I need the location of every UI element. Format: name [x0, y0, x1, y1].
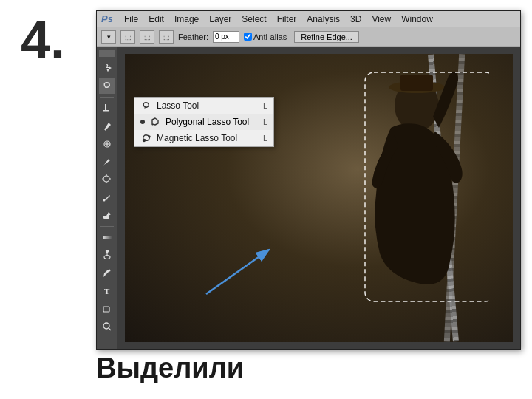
ps-logo: Ps [101, 13, 113, 24]
svg-rect-1 [105, 104, 106, 111]
tool-mode-new[interactable]: ▾ [101, 30, 116, 44]
menu-bar: Ps File Edit Image Layer Select Filter A… [97, 11, 520, 27]
toolbar-heal-tool[interactable] [99, 136, 115, 152]
menu-layer[interactable]: Layer [204, 14, 236, 24]
menu-file[interactable]: File [119, 14, 143, 24]
canvas-area: Lasso Tool L Polygonal Lasso Tool L Magn… [117, 47, 520, 349]
toolbar-brush-tool[interactable] [99, 154, 115, 170]
toolbar-grip [99, 50, 115, 57]
options-bar: ▾ ⬚ ⬚ ⬚ Feather: Anti-alias Refine Edge.… [97, 27, 520, 47]
person-figure [321, 61, 491, 313]
ps-main-area: T [97, 47, 520, 349]
toolbar-crop-tool[interactable] [99, 100, 115, 117]
menu-analysis[interactable]: Analysis [301, 14, 345, 24]
toolbar-zoom-tool[interactable] [99, 318, 115, 335]
svg-rect-12 [103, 216, 109, 219]
svg-rect-24 [400, 75, 433, 91]
toolbar-eyedropper-tool[interactable] [99, 118, 115, 134]
toolbar-shape-tool[interactable] [99, 301, 115, 317]
menu-view[interactable]: View [366, 14, 396, 24]
tool-mode-add[interactable]: ⬚ [120, 30, 135, 44]
flyout-magnetic-lasso-tool[interactable]: Magnetic Lasso Tool L [134, 130, 273, 146]
flyout-magnetic-shortcut: L [263, 134, 267, 143]
svg-line-29 [152, 124, 153, 126]
toolbar-gradient-tool[interactable] [99, 230, 115, 246]
menu-image[interactable]: Image [169, 14, 204, 24]
toolbar-pen-tool[interactable] [99, 265, 115, 282]
feather-input[interactable] [213, 31, 239, 43]
svg-point-30 [143, 140, 146, 142]
menu-3d[interactable]: 3D [345, 14, 366, 24]
svg-point-17 [108, 270, 110, 272]
flyout-polygonal-shortcut: L [263, 117, 267, 126]
flyout-polygonal-label: Polygonal Lasso Tool [166, 117, 249, 127]
refine-edge-button[interactable]: Refine Edge... [294, 31, 359, 43]
lasso-flyout-menu: Lasso Tool L Polygonal Lasso Tool L Magn… [134, 97, 274, 147]
feather-label: Feather: [178, 33, 208, 41]
arrow-element [191, 235, 287, 301]
magnetic-lasso-tool-icon [140, 132, 152, 144]
svg-line-27 [206, 250, 269, 294]
toolbar-lasso-tool[interactable] [99, 78, 115, 94]
toolbar: T [97, 47, 117, 349]
menu-edit[interactable]: Edit [143, 14, 169, 24]
svg-rect-2 [103, 110, 109, 112]
antialias-label: Anti-alias [253, 33, 287, 41]
step-number: 4. [21, 13, 65, 66]
svg-point-6 [103, 176, 109, 182]
svg-point-16 [106, 250, 108, 253]
svg-point-31 [149, 136, 150, 137]
toolbar-history-tool[interactable] [99, 189, 115, 205]
svg-point-20 [103, 323, 109, 329]
toolbar-dodge-tool[interactable] [99, 248, 115, 264]
toolbar-separator-1 [100, 97, 114, 98]
tool-mode-subtract[interactable]: ⬚ [140, 30, 154, 44]
flyout-lasso-shortcut: L [263, 101, 267, 110]
toolbar-move-tool[interactable] [99, 60, 115, 76]
flyout-magnetic-label: Magnetic Lasso Tool [157, 133, 237, 143]
flyout-lasso-tool[interactable]: Lasso Tool L [134, 98, 273, 114]
photoshop-window: Ps File Edit Image Layer Select Filter A… [96, 10, 521, 350]
menu-window[interactable]: Window [396, 14, 438, 24]
toolbar-separator-2 [100, 226, 114, 227]
svg-rect-19 [103, 307, 109, 312]
menu-select[interactable]: Select [236, 14, 271, 24]
flyout-active-indicator [140, 120, 145, 124]
lasso-tool-icon [140, 100, 152, 112]
toolbar-clone-tool[interactable] [99, 171, 115, 188]
flyout-polygonal-lasso-tool[interactable]: Polygonal Lasso Tool L [134, 114, 273, 130]
caption-text: Выделили [96, 352, 244, 384]
polygonal-lasso-tool-icon [149, 116, 161, 128]
flyout-lasso-label: Lasso Tool [157, 100, 199, 111]
svg-line-21 [109, 328, 111, 330]
tool-mode-intersect[interactable]: ⬚ [159, 30, 174, 44]
svg-point-14 [104, 256, 110, 259]
svg-point-11 [103, 200, 105, 202]
svg-text:T: T [104, 287, 110, 296]
svg-rect-13 [103, 236, 112, 239]
toolbar-eraser-tool[interactable] [99, 207, 115, 223]
toolbar-type-tool[interactable]: T [99, 283, 115, 299]
antialias-check[interactable]: Anti-alias [244, 33, 287, 41]
menu-filter[interactable]: Filter [272, 14, 302, 24]
